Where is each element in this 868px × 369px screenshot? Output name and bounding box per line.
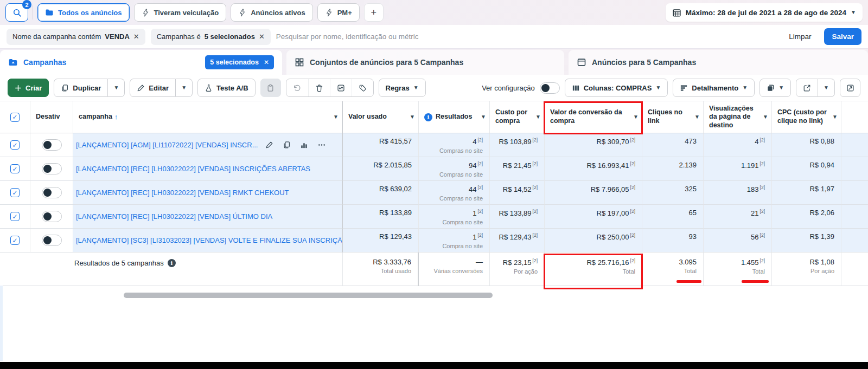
campaign-toggle[interactable] bbox=[42, 163, 62, 174]
save-button[interactable]: Salvar bbox=[824, 28, 861, 45]
edit-button[interactable]: Editar bbox=[130, 79, 176, 97]
spend-value: R$ 2.015,85 bbox=[373, 161, 412, 169]
spend-value: R$ 415,57 bbox=[379, 137, 412, 145]
header-landing-page-views[interactable]: Visualizações da página de destino ▼ bbox=[704, 101, 772, 133]
tag-button[interactable] bbox=[352, 79, 373, 96]
header-label: CPC (custo por clique no link) bbox=[777, 108, 831, 125]
edit-menu-button[interactable]: ▼ bbox=[176, 79, 193, 97]
close-icon[interactable]: ✕ bbox=[259, 33, 265, 41]
tag-icon bbox=[359, 84, 367, 92]
empty-cell bbox=[841, 253, 868, 286]
totals-cpp-cell: R$ 23,15[2] Por ação bbox=[490, 253, 545, 286]
row-checkbox[interactable]: ✓ bbox=[10, 164, 20, 173]
chevron-down-icon[interactable]: ▼ bbox=[481, 114, 486, 121]
ab-test-button[interactable]: Teste A/B bbox=[197, 79, 256, 97]
header-label: Custo por compra bbox=[495, 108, 534, 125]
campaign-link[interactable]: [LANÇAMENTO] [AGM] [LI11072022] [VENDAS]… bbox=[76, 141, 258, 149]
search-input[interactable] bbox=[276, 33, 783, 41]
tab-campanhas[interactable]: Campanhas 5 selecionados ✕ bbox=[0, 50, 282, 75]
link-clicks-cell: 65 bbox=[642, 205, 704, 229]
conversion-value-cell: R$ 309,70[2] bbox=[545, 133, 642, 157]
filter-chip-campaigns-selected[interactable]: Campanhas é 5 selecionados ✕ bbox=[151, 29, 271, 45]
selected-count-pill[interactable]: 5 selecionados ✕ bbox=[205, 55, 274, 69]
lpv-cell: 21[2] bbox=[704, 205, 772, 229]
export-button[interactable] bbox=[796, 79, 818, 97]
header-campaign[interactable]: campanha ↑ ▼ bbox=[73, 101, 343, 133]
copy-icon[interactable] bbox=[283, 141, 291, 149]
columns-button[interactable]: Colunas: COMPRAS ▼ bbox=[565, 79, 668, 97]
chevron-down-icon[interactable]: ▼ bbox=[694, 114, 700, 121]
export-import-button[interactable] bbox=[330, 79, 352, 96]
breakdown-button[interactable]: Detalhamento ▼ bbox=[673, 79, 755, 97]
header-link-clicks[interactable]: Cliques no link ▼ bbox=[642, 101, 704, 133]
filter-chip-campaign-name[interactable]: Nome da campanha contém VENDA ✕ bbox=[7, 29, 145, 45]
ads-page-icon bbox=[577, 57, 586, 67]
results-type: Compras no site bbox=[439, 171, 483, 178]
chevron-down-icon[interactable]: ▼ bbox=[832, 114, 838, 121]
row-checkbox[interactable]: ✓ bbox=[10, 140, 20, 150]
more-options-icon[interactable] bbox=[317, 141, 326, 149]
tab-anuncios[interactable]: Anúncios para 5 Campanhas bbox=[569, 50, 868, 75]
tab-tiveram-veiculacao[interactable]: Tiveram veiculação bbox=[134, 3, 227, 22]
empty-cell bbox=[841, 205, 868, 229]
close-icon[interactable]: ✕ bbox=[133, 33, 139, 41]
chevron-down-icon: ▼ bbox=[824, 85, 829, 90]
close-icon[interactable]: ✕ bbox=[264, 59, 269, 66]
view-setup-toggle[interactable] bbox=[540, 82, 560, 94]
date-range-button[interactable]: Máximo: 28 de jul de 2021 a 28 de ago de… bbox=[666, 3, 863, 22]
tab-todos-os-anuncios[interactable]: Todos os anúncios bbox=[37, 3, 130, 22]
tab-conjuntos-de-anuncios[interactable]: Conjuntos de anúncios para 5 Campanhas bbox=[286, 50, 564, 75]
pencil-icon[interactable] bbox=[265, 141, 273, 149]
export-menu-button[interactable]: ▼ bbox=[818, 79, 835, 97]
horizontal-scrollbar[interactable] bbox=[124, 293, 493, 298]
header-toggle[interactable]: Desativ bbox=[30, 101, 73, 133]
chevron-down-icon[interactable]: ▼ bbox=[410, 114, 415, 121]
tab-anuncios-ativos[interactable]: Anúncios ativos bbox=[231, 3, 312, 22]
campaign-link[interactable]: [LANÇAMENTO] [SC3] [LI31032023] [VENDAS]… bbox=[76, 236, 343, 244]
campaign-toggle[interactable] bbox=[42, 211, 62, 222]
bar-chart-icon[interactable] bbox=[300, 141, 308, 149]
chip-value: VENDA bbox=[105, 33, 130, 41]
create-button[interactable]: Criar bbox=[8, 79, 49, 97]
campaign-link[interactable]: [LANÇAMENTO] [REC] [LH03022022] [VENDAS]… bbox=[76, 189, 289, 197]
row-checkbox[interactable]: ✓ bbox=[10, 188, 20, 197]
campaign-toggle[interactable] bbox=[42, 235, 62, 246]
chevron-down-icon[interactable]: ▼ bbox=[763, 114, 768, 121]
campaign-link[interactable]: [LANÇAMENTO] [REC] [LH03022022] [VENDAS]… bbox=[76, 165, 310, 173]
rules-button[interactable]: Regras ▼ bbox=[379, 79, 426, 97]
totals-cpc-sub: Por ação bbox=[810, 268, 834, 274]
search-button[interactable]: 2 bbox=[5, 3, 28, 22]
duplicate-button[interactable]: Duplicar bbox=[54, 79, 108, 97]
row-checkbox[interactable]: ✓ bbox=[10, 236, 20, 245]
add-tab-button[interactable]: + bbox=[364, 3, 384, 22]
clear-filters-link[interactable]: Limpar bbox=[789, 33, 811, 41]
results-value: 1[2] bbox=[473, 232, 483, 241]
chevron-down-icon: ▼ bbox=[413, 85, 419, 90]
cpc-value: R$ 0,94 bbox=[809, 161, 834, 169]
conversion-value-cell: R$ 16.993,41[2] bbox=[545, 157, 642, 181]
delete-button[interactable] bbox=[308, 79, 330, 96]
header-cpc[interactable]: CPC (custo por clique no link) ▼ bbox=[772, 101, 841, 133]
undo-button[interactable] bbox=[286, 79, 308, 96]
paste-button[interactable] bbox=[260, 79, 281, 97]
chevron-down-icon[interactable]: ▼ bbox=[333, 114, 339, 121]
select-all-checkbox[interactable]: ✓ bbox=[10, 113, 20, 122]
undo-icon bbox=[293, 84, 301, 92]
campaign-toggle[interactable] bbox=[42, 139, 62, 151]
header-spend[interactable]: Valor usado ▼ bbox=[343, 101, 419, 133]
header-results[interactable]: i Resultados ▼ bbox=[419, 101, 490, 133]
duplicate-menu-button[interactable]: ▼ bbox=[108, 79, 125, 97]
header-cost-per-purchase[interactable]: Custo por compra ▼ bbox=[490, 101, 545, 133]
row-checkbox[interactable]: ✓ bbox=[10, 212, 20, 221]
charts-button[interactable] bbox=[840, 79, 860, 97]
chevron-down-icon[interactable]: ▼ bbox=[633, 114, 639, 121]
chevron-down-icon[interactable]: ▼ bbox=[535, 114, 541, 121]
header-label: Desativ bbox=[36, 113, 60, 121]
header-conversion-value[interactable]: Valor de conversão da compra ▼ bbox=[545, 101, 642, 133]
cpc-cell: R$ 0,88 bbox=[772, 133, 841, 157]
row-select-cell: ✓ bbox=[0, 181, 30, 205]
campaign-link[interactable]: [LANÇAMENTO] [REC] [LH03022022] [VENDAS]… bbox=[76, 212, 272, 221]
campaign-toggle[interactable] bbox=[42, 187, 62, 198]
tab-pm-plus[interactable]: PM+ bbox=[317, 3, 360, 22]
reports-button[interactable]: ▼ bbox=[760, 79, 791, 97]
